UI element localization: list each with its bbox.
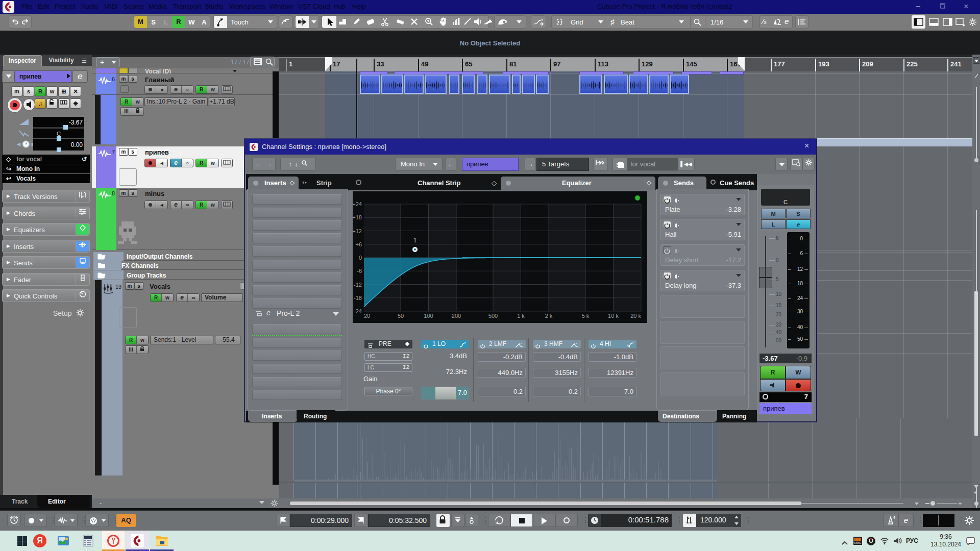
svg-text:-6: -6	[357, 268, 362, 274]
svg-text:200: 200	[452, 313, 461, 319]
svg-text:+18: +18	[353, 214, 362, 220]
svg-text:20 k: 20 k	[630, 313, 641, 319]
svg-text:-12: -12	[354, 282, 362, 288]
svg-text:-18: -18	[354, 295, 362, 301]
svg-text:20: 20	[364, 313, 370, 319]
svg-text:5 k: 5 k	[582, 313, 590, 319]
svg-text:50: 50	[398, 313, 404, 319]
svg-text:+12: +12	[353, 228, 362, 234]
svg-text:2 k: 2 k	[545, 313, 553, 319]
svg-text:-24: -24	[354, 308, 362, 314]
svg-text:10 k: 10 k	[608, 313, 619, 319]
svg-text:+6: +6	[355, 241, 362, 247]
svg-text:1: 1	[413, 237, 417, 244]
svg-text:1 k: 1 k	[517, 313, 525, 319]
svg-text:0: 0	[359, 255, 362, 261]
svg-text:500: 500	[488, 313, 498, 319]
svg-text:+24: +24	[353, 201, 362, 207]
svg-text:100: 100	[424, 313, 433, 319]
